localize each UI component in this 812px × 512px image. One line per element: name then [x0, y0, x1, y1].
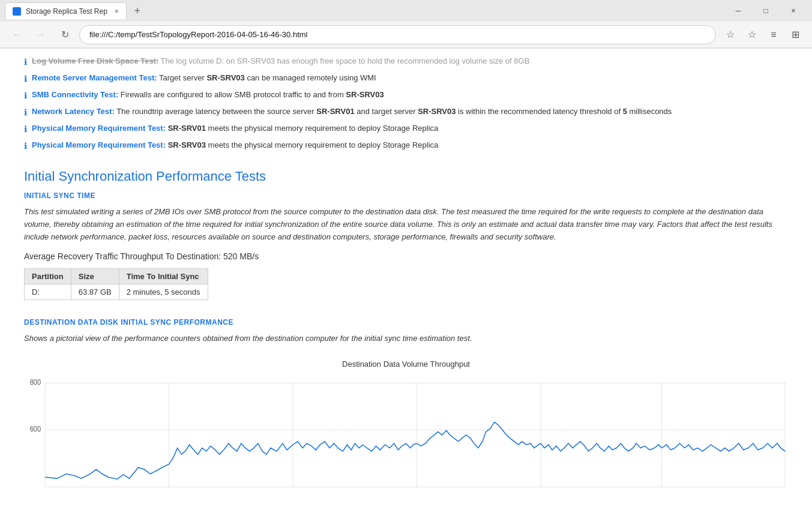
- info-text-5: Physical Memory Requirement Test: SR-SRV…: [32, 122, 788, 134]
- cell-time-to-sync: 2 minutes, 5 seconds: [119, 285, 208, 300]
- info-row-5: ℹ Physical Memory Requirement Test: SR-S…: [24, 121, 788, 137]
- page-content: ℹ Log Volume Free Disk Space Test: The l…: [0, 49, 812, 505]
- window-controls: ─ □ ×: [724, 0, 807, 22]
- info-row-6: ℹ Physical Memory Requirement Test: SR-S…: [24, 137, 788, 154]
- close-button[interactable]: ×: [780, 0, 807, 22]
- back-button[interactable]: ←: [7, 25, 26, 44]
- info-text-4: Network Latency Test: The roundtrip aver…: [32, 106, 788, 118]
- info-icon-6: ℹ: [24, 140, 27, 152]
- sync-table: Partition Size Time To Initial Sync D: 6…: [24, 268, 208, 300]
- remote-server-text: Target server SR-SRV03 can be managed re…: [159, 73, 376, 82]
- network-latency-text: The roundtrip average latency between th…: [116, 107, 672, 116]
- new-tab-button[interactable]: +: [129, 2, 146, 19]
- info-icon-4: ℹ: [24, 106, 27, 119]
- info-rows: ℹ Log Volume Free Disk Space Test: The l…: [24, 49, 788, 157]
- info-text-1: Log Volume Free Disk Space Test: The log…: [32, 55, 788, 67]
- srv03-bold-4: SR-SRV03: [168, 140, 206, 149]
- active-tab[interactable]: Storage Replica Test Rep ×: [5, 2, 127, 19]
- smb-text: Firewalls are configured to allow SMB pr…: [121, 90, 384, 99]
- info-icon-3: ℹ: [24, 89, 27, 102]
- subsection-title-2: DESTINATION DATA DISK INITIAL SYNC PERFO…: [24, 318, 788, 327]
- chart-container: Destination Data Volume Throughput 800 6…: [24, 354, 788, 499]
- col-partition: Partition: [25, 269, 71, 285]
- info-text-2: Remote Server Management Test: Target se…: [32, 72, 788, 84]
- section-title: Initial Synchronization Performance Test…: [24, 169, 788, 184]
- cell-partition: D:: [25, 285, 71, 300]
- tab-favicon: [13, 7, 21, 16]
- info-row-4: ℹ Network Latency Test: The roundtrip av…: [24, 104, 788, 121]
- dest-disk-description: Shows a pictorial view of the performanc…: [24, 333, 788, 345]
- physical-memory-link-1[interactable]: Physical Memory Requirement Test:: [32, 124, 166, 133]
- cell-size: 63.87 GB: [71, 285, 119, 300]
- table-row-d: D: 63.87 GB 2 minutes, 5 seconds: [25, 285, 208, 300]
- log-volume-text: The log volume D: on SR-SRV03 has enough…: [161, 56, 530, 65]
- subsection-initial-sync: INITIAL SYNC TIME This test simulated wr…: [24, 191, 788, 300]
- y-label-800: 800: [30, 379, 41, 386]
- chart-line-segment2: [169, 444, 293, 465]
- srv03-bold-3: SR-SRV03: [418, 107, 456, 116]
- url-input[interactable]: [79, 25, 716, 44]
- maximize-button[interactable]: □: [752, 0, 780, 22]
- srv01-bold-2: SR-SRV01: [168, 124, 206, 133]
- srv01-bold: SR-SRV01: [316, 107, 354, 116]
- chart-line-segment4: [417, 422, 541, 448]
- network-latency-link[interactable]: Network Latency Test:: [32, 107, 115, 116]
- srv03-bold-1: SR-SRV03: [206, 73, 244, 82]
- chart-line-segment5: [541, 442, 661, 451]
- tab-title: Storage Replica Test Rep: [26, 7, 107, 16]
- chart-area: 800 600: [24, 373, 788, 493]
- forward-button[interactable]: →: [31, 25, 50, 44]
- subsection-title-1: INITIAL SYNC TIME: [24, 191, 788, 200]
- chart-line-segment3: [293, 442, 417, 451]
- throughput-line: Average Recovery Traffic Throughput To D…: [24, 251, 788, 261]
- physical-memory-text-2: SR-SRV03 meets the physical memory requi…: [168, 140, 439, 149]
- info-icon-5: ℹ: [24, 123, 27, 136]
- collections-button[interactable]: ☆: [721, 25, 740, 44]
- info-icon-2: ℹ: [24, 73, 27, 85]
- chart-line-segment6: [662, 444, 785, 451]
- initial-sync-description: This test simulated writing a series of …: [24, 206, 788, 243]
- info-icon-1: ℹ: [24, 56, 27, 68]
- y-label-600: 600: [30, 426, 41, 433]
- info-text-3: SMB Connectivity Test: Firewalls are con…: [32, 89, 788, 101]
- col-size: Size: [71, 269, 119, 285]
- physical-memory-text-1: SR-SRV01 meets the physical memory requi…: [168, 124, 439, 133]
- remote-server-link[interactable]: Remote Server Management Test:: [32, 73, 157, 82]
- smb-link[interactable]: SMB Connectivity Test:: [32, 90, 118, 99]
- log-volume-link[interactable]: Log Volume Free Disk Space Test:: [32, 56, 158, 65]
- info-row-2: ℹ Remote Server Management Test: Target …: [24, 70, 788, 87]
- tab-bar: Storage Replica Test Rep × + ─ □ ×: [0, 0, 812, 22]
- physical-memory-link-2[interactable]: Physical Memory Requirement Test:: [32, 140, 166, 149]
- chart-line-segment1: [45, 465, 169, 480]
- chart-title: Destination Data Volume Throughput: [24, 360, 788, 369]
- chart-svg: 800 600: [24, 373, 788, 493]
- browser-chrome: Storage Replica Test Rep × + ─ □ × ← → ↻…: [0, 0, 812, 49]
- minimize-button[interactable]: ─: [724, 0, 752, 22]
- refresh-button[interactable]: ↻: [55, 25, 74, 44]
- address-bar: ← → ↻ ☆ ☆ ≡ ⊞: [0, 22, 812, 48]
- subsection-dest-disk: DESTINATION DATA DISK INITIAL SYNC PERFO…: [24, 318, 788, 499]
- table-header-row: Partition Size Time To Initial Sync: [25, 269, 208, 285]
- col-time: Time To Initial Sync: [119, 269, 208, 285]
- reader-view-button[interactable]: ⊞: [786, 25, 805, 44]
- info-row-3: ℹ SMB Connectivity Test: Firewalls are c…: [24, 87, 788, 104]
- more-tools-button[interactable]: ≡: [764, 25, 783, 44]
- srv03-bold-2: SR-SRV03: [346, 90, 383, 99]
- favorites-button[interactable]: ☆: [742, 25, 762, 44]
- tab-close-button[interactable]: ×: [115, 7, 119, 16]
- info-row-1: ℹ Log Volume Free Disk Space Test: The l…: [24, 53, 788, 70]
- latency-value: 5: [623, 107, 627, 116]
- toolbar-icons: ☆ ☆ ≡ ⊞: [721, 25, 805, 44]
- info-text-6: Physical Memory Requirement Test: SR-SRV…: [32, 139, 788, 151]
- main-section: Initial Synchronization Performance Test…: [24, 157, 788, 505]
